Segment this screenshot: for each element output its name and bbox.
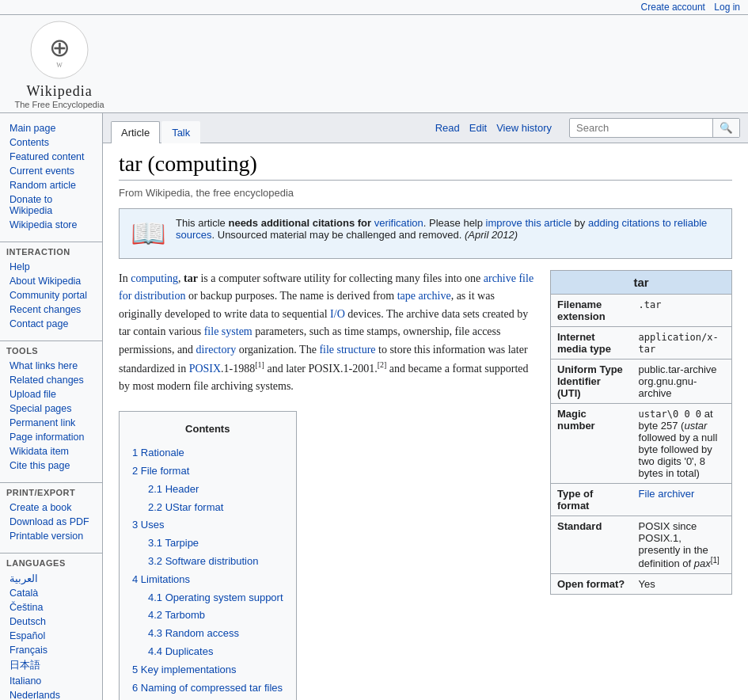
link-file-structure[interactable]: file structure — [319, 344, 375, 356]
sidebar-item-featured-content[interactable]: Featured content — [6, 150, 96, 164]
sidebar-item-cite-page[interactable]: Cite this page — [6, 458, 96, 473]
sidebar-item-lang-japanese[interactable]: 日本語 — [6, 657, 96, 674]
toc-link-6[interactable]: 6 Naming of compressed tar files — [132, 682, 283, 694]
toc-item-4-3: 4.3 Random access — [132, 625, 283, 643]
search-input[interactable] — [570, 119, 712, 137]
infobox-title: tar — [551, 271, 731, 294]
svg-text:W: W — [56, 62, 63, 69]
toc-link-3-2[interactable]: 3.2 Software distribution — [148, 555, 258, 567]
sidebar-item-lang-arabic[interactable]: العربية — [6, 571, 96, 586]
infobox-row-filename: Filename extension .tar — [551, 295, 731, 327]
notice-box: 📖 This article needs additional citation… — [119, 208, 732, 259]
sidebar-item-create-book[interactable]: Create a book — [6, 500, 96, 515]
sidebar-item-help[interactable]: Help — [6, 260, 96, 274]
sidebar-item-lang-nederlands[interactable]: Nederlands — [6, 688, 96, 700]
toc-link-2-2[interactable]: 2.2 UStar format — [148, 501, 223, 513]
languages-title: Languages — [6, 558, 96, 568]
infobox-label-standard: Standard — [551, 516, 632, 574]
sidebar-item-about[interactable]: About Wikipedia — [6, 274, 96, 288]
sidebar-item-wikidata[interactable]: Wikidata item — [6, 444, 96, 458]
notice-date: (April 2012) — [465, 229, 518, 241]
article-subtitle: From Wikipedia, the free encyclopedia — [119, 187, 732, 199]
sidebar-item-download-pdf[interactable]: Download as PDF — [6, 515, 96, 529]
infobox-row-uti: Uniform Type Identifier (UTI) public.tar… — [551, 360, 731, 404]
sidebar-item-lang-francais[interactable]: Français — [6, 643, 96, 657]
interaction-title: Interaction — [6, 247, 96, 257]
tab-view-history[interactable]: View history — [496, 122, 552, 134]
link-file-system[interactable]: file system — [204, 325, 252, 337]
sidebar-item-related-changes[interactable]: Related changes — [6, 373, 96, 387]
tab-talk[interactable]: Talk — [161, 121, 200, 143]
sidebar-item-contact[interactable]: Contact page — [6, 317, 96, 331]
link-tape-archive[interactable]: tape archive — [397, 290, 451, 302]
sidebar-item-special-pages[interactable]: Special pages — [6, 401, 96, 416]
create-account-link[interactable]: Create account — [641, 2, 705, 13]
toc-link-2-1[interactable]: 2.1 Header — [148, 483, 199, 495]
content-area: Article Talk Read Edit View history 🔍 — [103, 113, 748, 700]
interaction-section: Interaction Help About Wikipedia Communi… — [0, 247, 102, 331]
link-archive-file[interactable]: archive file for distribution — [119, 272, 533, 302]
tools-title: Tools — [6, 346, 96, 356]
sidebar-item-lang-cestina[interactable]: Čeština — [6, 600, 96, 614]
toc-link-5[interactable]: 5 Key implementations — [132, 664, 237, 675]
sidebar-item-contents[interactable]: Contents — [6, 135, 96, 150]
toc-link-4-3[interactable]: 4.3 Random access — [148, 627, 239, 639]
sidebar-item-page-information[interactable]: Page information — [6, 430, 96, 444]
sidebar-item-printable[interactable]: Printable version — [6, 529, 96, 543]
infobox-table: Filename extension .tar Internet media t… — [551, 294, 731, 594]
toc-item-6: 6 Naming of compressed tar files — [132, 679, 283, 698]
toc-item-4-2: 4.2 Tarbomb — [132, 607, 283, 625]
search-button[interactable]: 🔍 — [712, 119, 739, 137]
file-archiver-link[interactable]: File archiver — [639, 488, 695, 500]
sidebar: Main page Contents Featured content Curr… — [0, 113, 103, 700]
infobox: tar Filename extension .tar Internet med… — [550, 270, 732, 595]
sidebar-item-random-article[interactable]: Random article — [6, 178, 96, 192]
sidebar-item-lang-espanol[interactable]: Español — [6, 629, 96, 643]
article: tar (computing) From Wikipedia, the free… — [103, 143, 748, 700]
sidebar-item-main-page[interactable]: Main page — [6, 121, 96, 135]
wikipedia-globe-icon: ⊕ W — [28, 18, 91, 82]
sidebar-item-what-links[interactable]: What links here — [6, 359, 96, 373]
notice-improve-link[interactable]: improve this article — [486, 217, 571, 229]
sidebar-item-lang-catala[interactable]: Català — [6, 586, 96, 600]
toc-link-4-4[interactable]: 4.4 Duplicates — [148, 645, 213, 657]
toc-link-2[interactable]: 2 File format — [132, 465, 189, 477]
sidebar-item-community-portal[interactable]: Community portal — [6, 288, 96, 302]
nav-section: Main page Contents Featured content Curr… — [0, 121, 102, 232]
sidebar-item-upload-file[interactable]: Upload file — [6, 387, 96, 401]
toc-link-1[interactable]: 1 Rationale — [132, 447, 184, 458]
link-posix[interactable]: POSIX — [189, 363, 221, 375]
sidebar-item-lang-deutsch[interactable]: Deutsch — [6, 614, 96, 629]
infobox-row-standard: Standard POSIX since POSIX.1, presently … — [551, 516, 731, 574]
toc-link-4-1[interactable]: 4.1 Operating system support — [148, 592, 283, 603]
notice-icon: 📖 — [131, 217, 166, 250]
search-icon: 🔍 — [720, 122, 733, 134]
link-io[interactable]: I/O — [330, 308, 345, 320]
infobox-value-standard: POSIX since POSIX.1, presently in the de… — [632, 516, 731, 574]
toc-link-3-1[interactable]: 3.1 Tarpipe — [148, 537, 199, 549]
sidebar-item-recent-changes[interactable]: Recent changes — [6, 302, 96, 317]
toc-link-3[interactable]: 3 Uses — [132, 519, 164, 531]
log-in-link[interactable]: Log in — [714, 2, 740, 13]
site-logo[interactable]: ⊕ W Wikipedia The Free Encyclopedia — [8, 18, 111, 109]
sidebar-item-permanent-link[interactable]: Permanent link — [6, 416, 96, 430]
sidebar-item-current-events[interactable]: Current events — [6, 164, 96, 178]
infobox-label-media: Internet media type — [551, 327, 632, 360]
toc-link-4[interactable]: 4 Limitations — [132, 573, 190, 585]
link-directory[interactable]: directory — [196, 344, 237, 356]
top-bar: Create account Log in — [0, 0, 748, 15]
link-computing[interactable]: computing — [131, 272, 178, 284]
sidebar-item-lang-italiano[interactable]: Italiano — [6, 674, 96, 688]
sidebar-item-donate[interactable]: Donate to Wikipedia — [6, 192, 96, 218]
site-title: Wikipedia — [26, 83, 92, 100]
notice-verification-link[interactable]: verification — [374, 217, 423, 229]
toc-title: Contents — [132, 421, 283, 438]
tab-read[interactable]: Read — [435, 122, 460, 134]
toc-item-3: 3 Uses — [132, 516, 283, 535]
search-box: 🔍 — [569, 118, 740, 138]
print-title: Print/export — [6, 488, 96, 497]
toc-link-4-2[interactable]: 4.2 Tarbomb — [148, 609, 205, 621]
tab-edit[interactable]: Edit — [469, 122, 487, 134]
tab-article[interactable]: Article — [111, 121, 160, 143]
sidebar-item-wikipedia-store[interactable]: Wikipedia store — [6, 218, 96, 232]
